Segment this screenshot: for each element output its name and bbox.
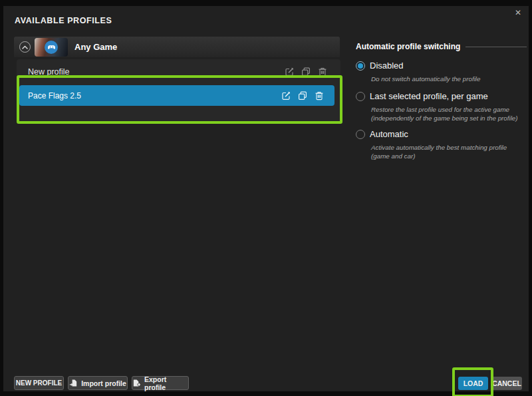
dialog-title: AVAILABLE PROFILES [15, 16, 112, 25]
radio-disabled[interactable] [356, 61, 365, 71]
radio-row[interactable]: Automatic [356, 129, 527, 139]
switching-header: Automatic profile switching [356, 42, 527, 51]
delete-profile-icon[interactable] [315, 91, 324, 100]
screenshot-stage: AVAILABLE PROFILES ✕ Any Game New profil… [0, 0, 532, 396]
option-description: Do not switch automatically the profile [371, 75, 525, 84]
button-label: Import profile [81, 379, 126, 387]
gamepad-icon [45, 41, 58, 54]
profiles-list: New profile Pace Flags 2.5 [17, 59, 340, 124]
radio-automatic[interactable] [356, 130, 365, 139]
option-automatic: Automatic Activate automatically the bes… [356, 129, 527, 160]
copy-profile-icon[interactable] [298, 91, 307, 100]
header-divider [466, 47, 527, 47]
profile-name: New profile [28, 67, 285, 77]
row-actions [285, 67, 327, 77]
button-label: NEW PROFILE [16, 379, 62, 387]
option-description: Activate automatically the best matching… [371, 144, 525, 160]
profile-row-pace-flags[interactable]: Pace Flags 2.5 [19, 85, 334, 106]
profile-name: Pace Flags 2.5 [28, 91, 281, 100]
row-actions [281, 91, 324, 100]
option-disabled: Disabled Do not switch automatically the… [356, 61, 527, 84]
delete-profile-icon[interactable] [318, 67, 327, 77]
game-thumbnail [35, 38, 68, 57]
edit-profile-icon[interactable] [285, 67, 294, 77]
radio-last-selected[interactable] [356, 92, 365, 101]
cancel-button[interactable]: CANCEL [491, 377, 522, 390]
export-icon [132, 379, 141, 387]
edit-profile-icon[interactable] [281, 91, 291, 100]
switching-title: Automatic profile switching [356, 42, 460, 51]
profile-row-new-profile[interactable]: New profile [17, 59, 340, 85]
option-label: Last selected profile, per game [370, 91, 488, 101]
option-label: Disabled [370, 61, 404, 71]
import-profile-button[interactable]: Import profile [68, 376, 128, 390]
radio-row[interactable]: Last selected profile, per game [356, 91, 527, 101]
button-label: CANCEL [492, 379, 521, 387]
game-group-label: Any Game [74, 42, 117, 52]
option-description: Restore the last profile used for the ac… [371, 106, 525, 122]
game-group-header[interactable]: Any Game [14, 37, 340, 57]
option-last-selected: Last selected profile, per game Restore … [356, 91, 527, 122]
new-profile-button[interactable]: NEW PROFILE [14, 376, 64, 390]
available-profiles-dialog: AVAILABLE PROFILES ✕ Any Game New profil… [3, 6, 529, 391]
load-button[interactable]: LOAD [458, 377, 488, 390]
export-profile-button[interactable]: Export profile [132, 376, 189, 390]
option-label: Automatic [370, 129, 408, 139]
close-icon[interactable]: ✕ [513, 7, 523, 18]
button-label: LOAD [464, 379, 483, 387]
collapse-chevron-icon[interactable] [19, 41, 31, 53]
import-icon [69, 379, 78, 387]
button-label: Export profile [144, 375, 188, 391]
copy-profile-icon[interactable] [301, 67, 311, 77]
radio-row[interactable]: Disabled [356, 61, 527, 71]
